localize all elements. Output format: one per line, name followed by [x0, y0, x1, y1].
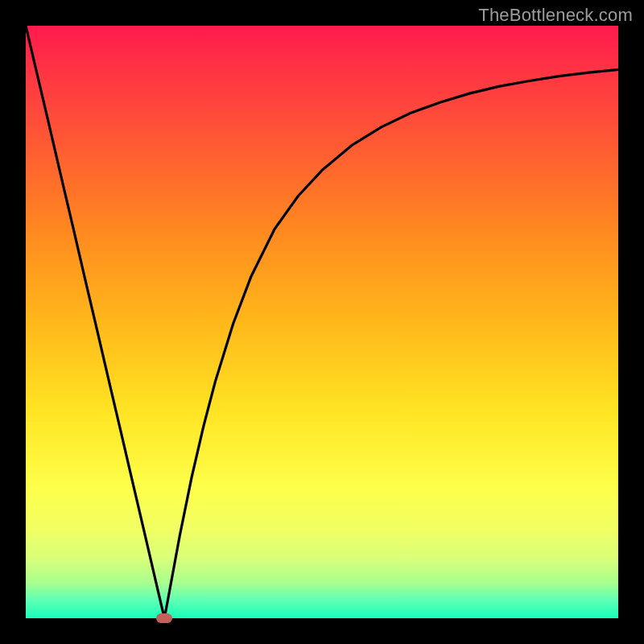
bottleneck-curve [26, 26, 618, 618]
minimum-marker [156, 613, 172, 623]
chart-frame: TheBottleneck.com [0, 0, 644, 644]
watermark-text: TheBottleneck.com [478, 5, 633, 26]
curve-svg [26, 26, 618, 618]
plot-area [26, 26, 618, 618]
